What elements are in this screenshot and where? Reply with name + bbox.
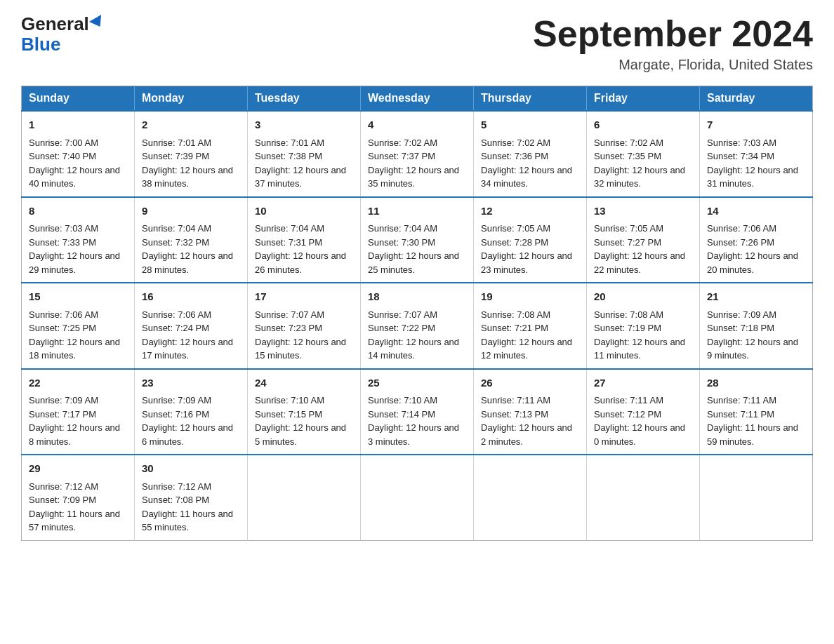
calendar-cell: 4Sunrise: 7:02 AMSunset: 7:37 PMDaylight… <box>361 111 474 197</box>
day-info: Sunrise: 7:06 AMSunset: 7:26 PMDaylight:… <box>707 222 805 276</box>
day-number: 27 <box>594 375 692 391</box>
calendar-cell: 2Sunrise: 7:01 AMSunset: 7:39 PMDaylight… <box>135 111 248 197</box>
day-info: Sunrise: 7:07 AMSunset: 7:22 PMDaylight:… <box>368 308 466 363</box>
logo-general: General <box>21 14 105 34</box>
day-info: Sunrise: 7:10 AMSunset: 7:14 PMDaylight:… <box>368 394 466 448</box>
day-number: 2 <box>142 117 240 133</box>
calendar-cell: 13Sunrise: 7:05 AMSunset: 7:27 PMDayligh… <box>587 197 700 283</box>
calendar-week-row: 8Sunrise: 7:03 AMSunset: 7:33 PMDaylight… <box>22 197 813 283</box>
calendar-cell: 9Sunrise: 7:04 AMSunset: 7:32 PMDaylight… <box>135 197 248 283</box>
day-number: 9 <box>142 203 240 220</box>
title-area: September 2024 Margate, Florida, United … <box>533 14 813 73</box>
day-info: Sunrise: 7:04 AMSunset: 7:30 PMDaylight:… <box>368 222 466 276</box>
calendar-cell: 28Sunrise: 7:11 AMSunset: 7:11 PMDayligh… <box>700 369 813 455</box>
day-info: Sunrise: 7:00 AMSunset: 7:40 PMDaylight:… <box>29 136 127 191</box>
location-title: Margate, Florida, United States <box>533 57 813 73</box>
calendar-cell: 14Sunrise: 7:06 AMSunset: 7:26 PMDayligh… <box>700 197 813 283</box>
day-number: 13 <box>594 203 692 220</box>
day-info: Sunrise: 7:11 AMSunset: 7:11 PMDaylight:… <box>707 394 805 448</box>
calendar-cell <box>248 455 361 540</box>
day-number: 25 <box>368 375 466 391</box>
month-year-title: September 2024 <box>533 14 813 54</box>
day-info: Sunrise: 7:09 AMSunset: 7:16 PMDaylight:… <box>142 394 240 448</box>
day-info: Sunrise: 7:03 AMSunset: 7:33 PMDaylight:… <box>29 222 127 276</box>
calendar-cell: 10Sunrise: 7:04 AMSunset: 7:31 PMDayligh… <box>248 197 361 283</box>
day-info: Sunrise: 7:04 AMSunset: 7:32 PMDaylight:… <box>142 222 240 276</box>
day-number: 7 <box>707 117 805 133</box>
day-number: 19 <box>481 289 579 305</box>
day-number: 1 <box>29 117 127 133</box>
day-number: 30 <box>142 461 240 477</box>
day-number: 26 <box>481 375 579 391</box>
calendar-cell: 24Sunrise: 7:10 AMSunset: 7:15 PMDayligh… <box>248 369 361 455</box>
day-number: 8 <box>29 203 127 220</box>
day-number: 22 <box>29 375 127 391</box>
col-saturday: Saturday <box>700 86 813 112</box>
day-info: Sunrise: 7:06 AMSunset: 7:25 PMDaylight:… <box>29 308 127 363</box>
calendar-cell: 25Sunrise: 7:10 AMSunset: 7:14 PMDayligh… <box>361 369 474 455</box>
day-info: Sunrise: 7:12 AMSunset: 7:09 PMDaylight:… <box>29 480 127 535</box>
col-tuesday: Tuesday <box>248 86 361 112</box>
calendar-week-row: 22Sunrise: 7:09 AMSunset: 7:17 PMDayligh… <box>22 369 813 455</box>
day-info: Sunrise: 7:08 AMSunset: 7:19 PMDaylight:… <box>594 308 692 363</box>
calendar-table: Sunday Monday Tuesday Wednesday Thursday… <box>21 86 813 541</box>
day-info: Sunrise: 7:02 AMSunset: 7:36 PMDaylight:… <box>481 136 579 191</box>
calendar-cell: 3Sunrise: 7:01 AMSunset: 7:38 PMDaylight… <box>248 111 361 197</box>
calendar-cell <box>474 455 587 540</box>
calendar-cell: 12Sunrise: 7:05 AMSunset: 7:28 PMDayligh… <box>474 197 587 283</box>
calendar-cell: 20Sunrise: 7:08 AMSunset: 7:19 PMDayligh… <box>587 283 700 369</box>
day-info: Sunrise: 7:02 AMSunset: 7:37 PMDaylight:… <box>368 136 466 191</box>
calendar-cell: 8Sunrise: 7:03 AMSunset: 7:33 PMDaylight… <box>22 197 135 283</box>
col-monday: Monday <box>135 86 248 112</box>
day-info: Sunrise: 7:02 AMSunset: 7:35 PMDaylight:… <box>594 136 692 191</box>
logo-blue: Blue <box>21 34 60 55</box>
calendar-cell: 22Sunrise: 7:09 AMSunset: 7:17 PMDayligh… <box>22 369 135 455</box>
calendar-cell: 26Sunrise: 7:11 AMSunset: 7:13 PMDayligh… <box>474 369 587 455</box>
day-number: 10 <box>255 203 353 220</box>
day-info: Sunrise: 7:01 AMSunset: 7:39 PMDaylight:… <box>142 136 240 191</box>
col-sunday: Sunday <box>22 86 135 112</box>
calendar-week-row: 29Sunrise: 7:12 AMSunset: 7:09 PMDayligh… <box>22 455 813 540</box>
day-info: Sunrise: 7:08 AMSunset: 7:21 PMDaylight:… <box>481 308 579 363</box>
col-friday: Friday <box>587 86 700 112</box>
col-wednesday: Wednesday <box>361 86 474 112</box>
calendar-cell: 5Sunrise: 7:02 AMSunset: 7:36 PMDaylight… <box>474 111 587 197</box>
calendar-cell: 30Sunrise: 7:12 AMSunset: 7:08 PMDayligh… <box>135 455 248 540</box>
calendar-cell: 19Sunrise: 7:08 AMSunset: 7:21 PMDayligh… <box>474 283 587 369</box>
calendar-cell: 23Sunrise: 7:09 AMSunset: 7:16 PMDayligh… <box>135 369 248 455</box>
calendar-cell: 29Sunrise: 7:12 AMSunset: 7:09 PMDayligh… <box>22 455 135 540</box>
day-info: Sunrise: 7:06 AMSunset: 7:24 PMDaylight:… <box>142 308 240 363</box>
logo: General Blue <box>21 14 105 54</box>
calendar-cell <box>587 455 700 540</box>
day-info: Sunrise: 7:12 AMSunset: 7:08 PMDaylight:… <box>142 480 240 535</box>
calendar-header-row: Sunday Monday Tuesday Wednesday Thursday… <box>22 86 813 112</box>
day-number: 14 <box>707 203 805 220</box>
day-number: 5 <box>481 117 579 133</box>
calendar-cell <box>700 455 813 540</box>
day-info: Sunrise: 7:10 AMSunset: 7:15 PMDaylight:… <box>255 394 353 448</box>
day-number: 3 <box>255 117 353 133</box>
day-info: Sunrise: 7:11 AMSunset: 7:13 PMDaylight:… <box>481 394 579 448</box>
calendar-cell <box>361 455 474 540</box>
day-number: 21 <box>707 289 805 305</box>
day-info: Sunrise: 7:05 AMSunset: 7:27 PMDaylight:… <box>594 222 692 276</box>
day-number: 23 <box>142 375 240 391</box>
calendar-week-row: 15Sunrise: 7:06 AMSunset: 7:25 PMDayligh… <box>22 283 813 369</box>
calendar-cell: 1Sunrise: 7:00 AMSunset: 7:40 PMDaylight… <box>22 111 135 197</box>
day-number: 29 <box>29 461 127 477</box>
day-number: 4 <box>368 117 466 133</box>
day-info: Sunrise: 7:04 AMSunset: 7:31 PMDaylight:… <box>255 222 353 276</box>
day-number: 17 <box>255 289 353 305</box>
day-number: 24 <box>255 375 353 391</box>
day-number: 12 <box>481 203 579 220</box>
calendar-cell: 17Sunrise: 7:07 AMSunset: 7:23 PMDayligh… <box>248 283 361 369</box>
calendar-cell: 27Sunrise: 7:11 AMSunset: 7:12 PMDayligh… <box>587 369 700 455</box>
calendar-cell: 11Sunrise: 7:04 AMSunset: 7:30 PMDayligh… <box>361 197 474 283</box>
calendar-cell: 6Sunrise: 7:02 AMSunset: 7:35 PMDaylight… <box>587 111 700 197</box>
calendar-cell: 16Sunrise: 7:06 AMSunset: 7:24 PMDayligh… <box>135 283 248 369</box>
day-number: 18 <box>368 289 466 305</box>
calendar-cell: 18Sunrise: 7:07 AMSunset: 7:22 PMDayligh… <box>361 283 474 369</box>
day-number: 20 <box>594 289 692 305</box>
day-info: Sunrise: 7:01 AMSunset: 7:38 PMDaylight:… <box>255 136 353 191</box>
day-number: 16 <box>142 289 240 305</box>
